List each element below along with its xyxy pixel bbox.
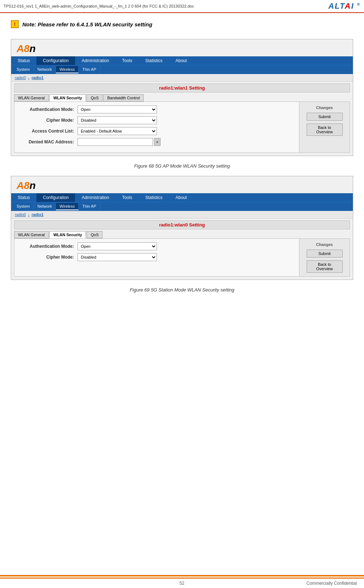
cipher-mode-dropdown-1[interactable]: Disabled — [78, 116, 157, 124]
nav-configuration-1[interactable]: Configuration — [36, 56, 75, 65]
panel2-side-panel: Changes Submit Back to Overview — [299, 239, 350, 276]
nav-configuration-2[interactable]: Configuration — [36, 193, 75, 202]
form-row-auth-mode-2: Authentication Mode: Open — [20, 242, 294, 250]
cipher-mode-select-1[interactable]: Disabled — [78, 116, 157, 124]
panel1-changes-label: Changes — [316, 105, 333, 110]
footer-right-text: Commercially Confidential — [240, 581, 357, 586]
form-row-cipher-mode-1: Cipher Mode: Disabled — [20, 116, 294, 124]
altai-logo: ALTAI ® — [328, 1, 360, 11]
form-row-acl-1: Access Control List: Enabled - Default A… — [20, 127, 294, 135]
subnav-system-1[interactable]: System — [13, 66, 34, 73]
panel2-submit-btn[interactable]: Submit — [307, 250, 343, 258]
breadcrumb-radio1-1[interactable]: radio1 — [32, 75, 44, 80]
tab-qos-1[interactable]: QoS — [87, 94, 102, 101]
tab-wlan-security-2[interactable]: WLAN Security — [49, 231, 86, 238]
breadcrumb-radio0-2[interactable]: radio0 — [15, 212, 26, 217]
panel1-logo: A8n — [11, 39, 353, 56]
panel2-back-btn[interactable]: Back to Overview — [307, 260, 343, 273]
panel2-changes-label: Changes — [316, 242, 333, 247]
panel2-breadcrumb: radio0 - radio1 — [11, 211, 353, 219]
form-row-mac-1: Denied MAC Address: + — [20, 138, 294, 146]
auth-mode-label-2: Authentication Mode: — [20, 244, 78, 249]
acl-select-1[interactable]: Enabled - Default Allow — [78, 127, 157, 135]
figure1-caption: Figure 68 5G AP Mode WLAN Security setti… — [0, 163, 364, 169]
acl-dropdown-1[interactable]: Enabled - Default Allow — [78, 127, 157, 135]
auth-mode-dropdown-2[interactable]: Open — [78, 242, 157, 250]
nav-tools-1[interactable]: Tools — [115, 56, 139, 65]
tab-wlan-security-1[interactable]: WLAN Security — [49, 94, 86, 101]
subnav-system-2[interactable]: System — [13, 203, 34, 210]
form-row-cipher-mode-2: Cipher Mode: Disabled — [20, 253, 294, 261]
figure2-caption: Figure 69 5G Station Mode WLAN Security … — [0, 287, 364, 293]
tab-wlan-general-1[interactable]: WLAN General — [14, 94, 49, 101]
device-panel-1: A8n Status Configuration Administration … — [11, 39, 353, 156]
panel1-form-area: Authentication Mode: Open Cipher Mode: D… — [14, 101, 350, 153]
panel1-submit-btn[interactable]: Submit — [307, 113, 343, 121]
auth-mode-select-1[interactable]: Open — [78, 105, 157, 113]
mac-add-btn-1[interactable]: + — [154, 138, 161, 146]
panel1-back-btn[interactable]: Back to Overview — [307, 124, 343, 136]
auth-mode-dropdown-1[interactable]: Open — [78, 105, 157, 113]
auth-mode-label-1: Authentication Mode: — [20, 107, 78, 112]
footer-page-number: 52 — [124, 581, 240, 586]
note-text: Note: Please refer to 6.4.1.5 WLAN secur… — [22, 21, 152, 27]
note-section: ! Note: Please refer to 6.4.1.5 WLAN sec… — [0, 13, 364, 32]
cipher-mode-dropdown-2[interactable]: Disabled — [78, 253, 157, 261]
warning-icon: ! — [11, 20, 19, 28]
subnav-wireless-1[interactable]: Wireless — [56, 66, 79, 73]
auth-mode-select-2[interactable]: Open — [78, 242, 157, 250]
nav-statistics-1[interactable]: Statistics — [139, 56, 169, 65]
panel2-section-title: radio1:wlan0 Setting — [14, 220, 350, 229]
doc-footer: 52 Commercially Confidential — [0, 578, 364, 588]
nav-status-1[interactable]: Status — [11, 56, 36, 65]
subnav-network-2[interactable]: Network — [34, 203, 56, 210]
panel2-logo: A8n — [11, 176, 353, 193]
acl-label-1: Access Control List: — [20, 129, 78, 134]
panel1-form-fields: Authentication Mode: Open Cipher Mode: D… — [14, 102, 299, 152]
mac-input-1[interactable] — [78, 138, 153, 146]
nav-tools-2[interactable]: Tools — [115, 193, 139, 202]
nav-about-2[interactable]: About — [169, 193, 193, 202]
subnav-network-1[interactable]: Network — [34, 66, 56, 73]
subnav-thinap-1[interactable]: Thin AP — [79, 66, 100, 73]
subnav-wireless-2[interactable]: Wireless — [56, 203, 79, 210]
tab-wlan-general-2[interactable]: WLAN General — [14, 231, 49, 238]
panel1-side-panel: Changes Submit Back to Overview — [299, 102, 350, 152]
nav-administration-2[interactable]: Administration — [75, 193, 115, 202]
footer-orange-bar — [0, 575, 364, 576]
panel1-breadcrumb: radio0 - radio1 — [11, 74, 353, 82]
panel2-form-fields: Authentication Mode: Open Cipher Mode: D… — [14, 239, 299, 276]
doc-header: TPS12-016_rev1 1_A8Ein_web-admin_Configu… — [0, 0, 364, 13]
cipher-mode-label-1: Cipher Mode: — [20, 118, 78, 123]
nav-status-2[interactable]: Status — [11, 193, 36, 202]
panel2-subnav: System Network Wireless Thin AP — [11, 202, 353, 211]
mac-label-1: Denied MAC Address: — [20, 139, 78, 144]
panel2-nav: Status Configuration Administration Tool… — [11, 193, 353, 202]
form-row-auth-mode-1: Authentication Mode: Open — [20, 105, 294, 113]
tab-bandwidth-control-1[interactable]: Bandwidth Control — [103, 94, 144, 101]
breadcrumb-radio1-2[interactable]: radio1 — [32, 212, 44, 217]
nav-administration-1[interactable]: Administration — [75, 56, 115, 65]
panel1-subnav: System Network Wireless Thin AP — [11, 65, 353, 74]
cipher-mode-select-2[interactable]: Disabled — [78, 253, 157, 261]
panel2-tabs: WLAN General WLAN Security QoS — [14, 231, 350, 238]
device-panel-2: A8n Status Configuration Administration … — [11, 176, 353, 280]
breadcrumb-radio0-1[interactable]: radio0 — [15, 75, 26, 80]
doc-title: TPS12-016_rev1 1_A8Ein_web-admin_Configu… — [4, 4, 194, 8]
mac-input-group-1: + — [78, 138, 161, 146]
panel2-form-area: Authentication Mode: Open Cipher Mode: D… — [14, 238, 350, 277]
panel1-tabs: WLAN General WLAN Security QoS Bandwidth… — [14, 94, 350, 101]
panel1-section-title: radio1:wlan1 Setting — [14, 83, 350, 92]
nav-statistics-2[interactable]: Statistics — [139, 193, 169, 202]
cipher-mode-label-2: Cipher Mode: — [20, 255, 78, 260]
subnav-thinap-2[interactable]: Thin AP — [79, 203, 100, 210]
tab-qos-2[interactable]: QoS — [87, 231, 102, 238]
panel1-nav: Status Configuration Administration Tool… — [11, 56, 353, 65]
nav-about-1[interactable]: About — [169, 56, 193, 65]
